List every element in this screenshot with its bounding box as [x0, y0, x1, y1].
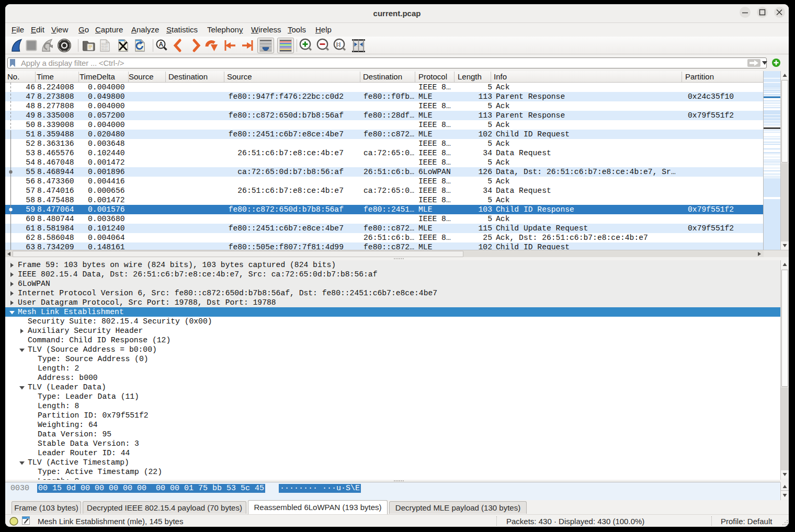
svg-text:|:|: |:| [336, 42, 340, 47]
svg-text:A: A [159, 41, 164, 48]
svg-text:0111: 0111 [101, 48, 108, 51]
